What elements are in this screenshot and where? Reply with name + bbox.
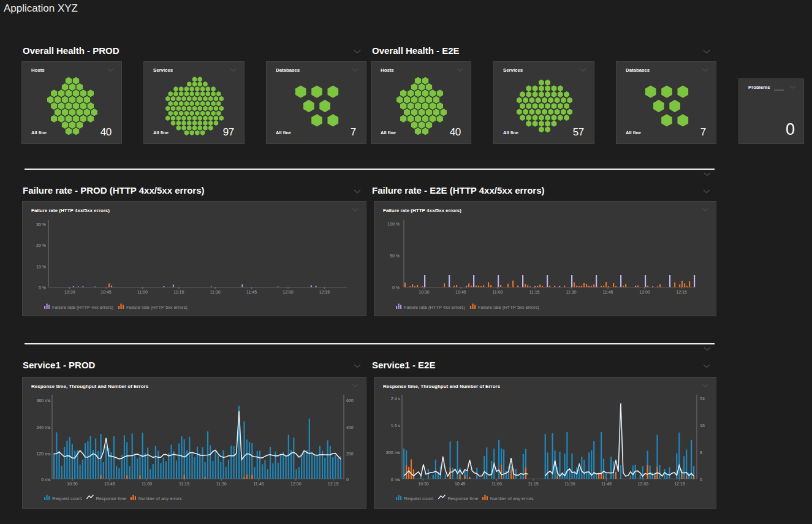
svg-text:11:15: 11:15 xyxy=(179,482,189,486)
svg-text:Failure rate (HTTP 4xx errors): Failure rate (HTTP 4xx errors) xyxy=(404,305,465,310)
svg-text:Number of any errors: Number of any errors xyxy=(490,496,534,501)
svg-text:600: 600 xyxy=(346,398,354,403)
svg-text:Failure rate (HTTP 5xx errors): Failure rate (HTTP 5xx errors) xyxy=(478,305,539,310)
svg-text:Number of any errors: Number of any errors xyxy=(138,496,182,501)
svg-text:240 ms: 240 ms xyxy=(37,425,51,430)
svg-text:11:45: 11:45 xyxy=(601,482,612,486)
svg-text:11:00: 11:00 xyxy=(491,482,502,486)
svg-text:12:15: 12:15 xyxy=(328,482,339,486)
svg-text:Request count: Request count xyxy=(52,496,82,501)
svg-text:10:30: 10:30 xyxy=(418,482,429,486)
svg-text:0 ms: 0 ms xyxy=(391,477,401,482)
svg-text:11:45: 11:45 xyxy=(603,290,613,294)
svg-text:11:45: 11:45 xyxy=(254,482,264,486)
svg-text:12:15: 12:15 xyxy=(319,290,330,294)
svg-text:11:45: 11:45 xyxy=(246,290,257,294)
svg-text:200: 200 xyxy=(346,452,354,456)
svg-text:10:45: 10:45 xyxy=(101,290,112,294)
svg-text:12:15: 12:15 xyxy=(674,482,685,486)
svg-text:360 ms: 360 ms xyxy=(37,398,51,403)
svg-text:120 ms: 120 ms xyxy=(37,452,51,456)
svg-text:11:15: 11:15 xyxy=(529,290,540,294)
svg-text:16: 16 xyxy=(700,423,705,428)
svg-text:0 ms: 0 ms xyxy=(41,477,51,482)
svg-text:12:00: 12:00 xyxy=(639,290,650,294)
svg-text:Response time: Response time xyxy=(96,496,126,501)
svg-text:0 %: 0 % xyxy=(392,286,400,290)
svg-text:11:30: 11:30 xyxy=(210,290,221,294)
svg-text:0: 0 xyxy=(346,477,349,482)
svg-text:11:30: 11:30 xyxy=(566,290,577,294)
svg-text:12:00: 12:00 xyxy=(637,482,648,486)
svg-text:Response time: Response time xyxy=(447,496,478,501)
svg-text:11:00: 11:00 xyxy=(142,482,152,486)
svg-text:11:15: 11:15 xyxy=(528,482,539,486)
svg-text:12:15: 12:15 xyxy=(676,290,687,294)
svg-text:10:45: 10:45 xyxy=(104,482,115,486)
svg-text:20 %: 20 % xyxy=(36,243,46,248)
svg-text:10 %: 10 % xyxy=(36,265,46,269)
svg-text:10:45: 10:45 xyxy=(455,482,466,486)
svg-text:11:00: 11:00 xyxy=(137,290,148,294)
svg-text:1.6 s: 1.6 s xyxy=(391,423,401,428)
svg-text:50 %: 50 % xyxy=(390,254,400,258)
svg-text:10:30: 10:30 xyxy=(64,290,75,294)
svg-text:8: 8 xyxy=(700,450,702,455)
svg-text:11:30: 11:30 xyxy=(564,482,575,486)
svg-text:10:45: 10:45 xyxy=(455,290,466,294)
svg-text:400: 400 xyxy=(346,425,354,430)
svg-text:0: 0 xyxy=(700,477,702,482)
svg-text:10:30: 10:30 xyxy=(419,290,430,294)
svg-text:Request count: Request count xyxy=(404,496,434,501)
svg-text:800 ms: 800 ms xyxy=(386,450,400,455)
svg-text:11:15: 11:15 xyxy=(173,290,184,294)
svg-text:12:00: 12:00 xyxy=(290,482,302,486)
svg-text:Failure rate (HTTP 4xx errors): Failure rate (HTTP 4xx errors) xyxy=(52,305,113,310)
svg-text:12:00: 12:00 xyxy=(283,290,294,294)
svg-text:11:00: 11:00 xyxy=(493,290,503,294)
svg-text:Failure rate (HTTP 5xx errors): Failure rate (HTTP 5xx errors) xyxy=(126,305,188,310)
svg-text:2.4 s: 2.4 s xyxy=(391,397,401,401)
svg-text:10:30: 10:30 xyxy=(67,482,78,486)
svg-text:100 %: 100 % xyxy=(387,222,400,226)
svg-text:11:30: 11:30 xyxy=(216,482,227,486)
svg-text:24: 24 xyxy=(700,397,705,401)
svg-text:0 %: 0 % xyxy=(39,286,46,290)
svg-text:30 %: 30 % xyxy=(36,222,46,227)
